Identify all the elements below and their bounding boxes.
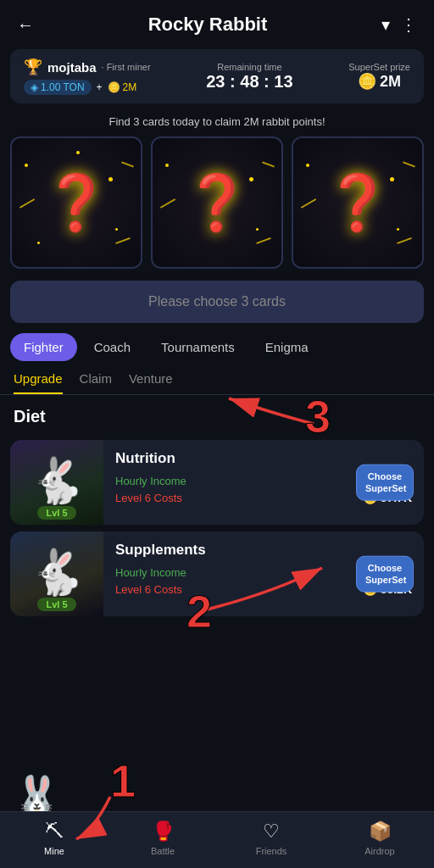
card-question-1: ❓ bbox=[42, 171, 110, 235]
battle-label: Battle bbox=[151, 846, 175, 856]
prize-section: SuperSet prize 🪙 2M bbox=[348, 62, 410, 91]
tab-coach[interactable]: Coach bbox=[81, 333, 144, 361]
supplements-rabbit-icon: 🐇 bbox=[30, 550, 85, 594]
nutrition-rabbit-icon: 🐇 bbox=[30, 459, 85, 503]
subtab-claim[interactable]: Claim bbox=[80, 371, 112, 394]
choose-cards-button[interactable]: Please choose 3 cards bbox=[10, 281, 424, 323]
ton-badge: ◈ 1.00 TON bbox=[24, 80, 92, 95]
subtab-venture[interactable]: Venture bbox=[129, 371, 173, 394]
tab-tournaments[interactable]: Tournaments bbox=[147, 333, 248, 361]
card-question-3: ❓ bbox=[324, 171, 392, 235]
coin-badge: 🪙 2M bbox=[108, 81, 137, 93]
timer-label: Remaining time bbox=[206, 62, 292, 72]
battle-icon: 🥊 bbox=[152, 821, 175, 843]
nav-battle[interactable]: 🥊 Battle bbox=[137, 821, 188, 856]
mine-icon: ⛏ bbox=[45, 821, 64, 843]
card-item-nutrition: 🐇 Lvl 5 Nutrition Hourly Income 🪙 5,011 … bbox=[10, 440, 424, 525]
sub-tabs: Upgrade Claim Venture bbox=[0, 361, 434, 395]
diet-title: Diet bbox=[0, 395, 434, 433]
nav-mine[interactable]: ⛏ Mine bbox=[29, 821, 80, 856]
header-actions: ▾ ⋮ bbox=[381, 14, 417, 35]
ton-icon: ◈ bbox=[31, 81, 38, 93]
cards-grid: ❓ ❓ ❓ bbox=[0, 136, 434, 269]
username: mojtaba bbox=[47, 60, 97, 75]
nutrition-income-label: Hourly Income bbox=[115, 475, 186, 487]
nav-friends[interactable]: ♡ Friends bbox=[246, 821, 297, 856]
nutrition-image: 🐇 Lvl 5 bbox=[10, 440, 103, 525]
supplements-image: 🐇 Lvl 5 bbox=[10, 531, 103, 616]
prize-label: SuperSet prize bbox=[348, 62, 410, 72]
card-item-supplements: 🐇 Lvl 5 Supplements Hourly Income 🪙 7,54… bbox=[10, 531, 424, 616]
supplements-level: Lvl 5 bbox=[37, 598, 75, 611]
friends-label: Friends bbox=[256, 846, 287, 856]
user-info: 🏆 mojtaba · First miner ◈ 1.00 TON + 🪙 2… bbox=[24, 58, 151, 95]
card-question-2: ❓ bbox=[183, 171, 251, 235]
page-title: Rocky Rabbit bbox=[148, 14, 268, 36]
card-slot-1[interactable]: ❓ bbox=[10, 136, 142, 269]
category-tabs: Fighter Coach Tournaments Enigma bbox=[0, 323, 434, 361]
nav-airdrop[interactable]: 📦 Airdrop bbox=[354, 821, 405, 856]
tab-fighter[interactable]: Fighter bbox=[10, 333, 77, 361]
prize-coin-icon: 🪙 bbox=[358, 72, 376, 91]
trophy-icon: 🏆 bbox=[24, 58, 42, 76]
supplements-income-label: Hourly Income bbox=[115, 566, 186, 579]
nutrition-costs-label: Level 6 Costs bbox=[115, 492, 182, 504]
card-slot-2[interactable]: ❓ bbox=[151, 136, 283, 269]
timer-section: Remaining time 23 : 48 : 13 bbox=[206, 62, 292, 92]
mine-label: Mine bbox=[44, 846, 64, 856]
rewards-row: ◈ 1.00 TON + 🪙 2M bbox=[24, 80, 151, 95]
nutrition-superset-button[interactable]: Choose SuperSet bbox=[356, 465, 414, 501]
user-tag: · First miner bbox=[102, 62, 151, 72]
bottom-nav: ⛏ Mine 🥊 Battle ♡ Friends 📦 Airdrop bbox=[0, 811, 434, 868]
nutrition-level: Lvl 5 bbox=[37, 506, 75, 520]
supplements-costs-label: Level 6 Costs bbox=[115, 583, 182, 596]
card-slot-3[interactable]: ❓ bbox=[292, 136, 424, 269]
prize-value: 🪙 2M bbox=[348, 72, 410, 91]
airdrop-icon: 📦 bbox=[369, 821, 392, 843]
info-bar: 🏆 mojtaba · First miner ◈ 1.00 TON + 🪙 2… bbox=[10, 49, 424, 103]
supplements-superset-button[interactable]: Choose SuperSet bbox=[356, 556, 414, 593]
subtab-upgrade[interactable]: Upgrade bbox=[14, 371, 63, 394]
timer-value: 23 : 48 : 13 bbox=[206, 72, 292, 92]
back-button[interactable]: ← bbox=[17, 15, 34, 35]
tab-enigma[interactable]: Enigma bbox=[252, 333, 322, 361]
cards-hint: Find 3 cards today to claim 2M rabbit po… bbox=[0, 115, 434, 128]
dropdown-icon[interactable]: ▾ bbox=[381, 14, 390, 35]
friends-icon: ♡ bbox=[263, 821, 280, 843]
more-icon[interactable]: ⋮ bbox=[400, 14, 417, 35]
coin-icon: 🪙 bbox=[108, 81, 120, 93]
airdrop-label: Airdrop bbox=[364, 846, 394, 856]
header: ← Rocky Rabbit ▾ ⋮ bbox=[0, 0, 434, 49]
